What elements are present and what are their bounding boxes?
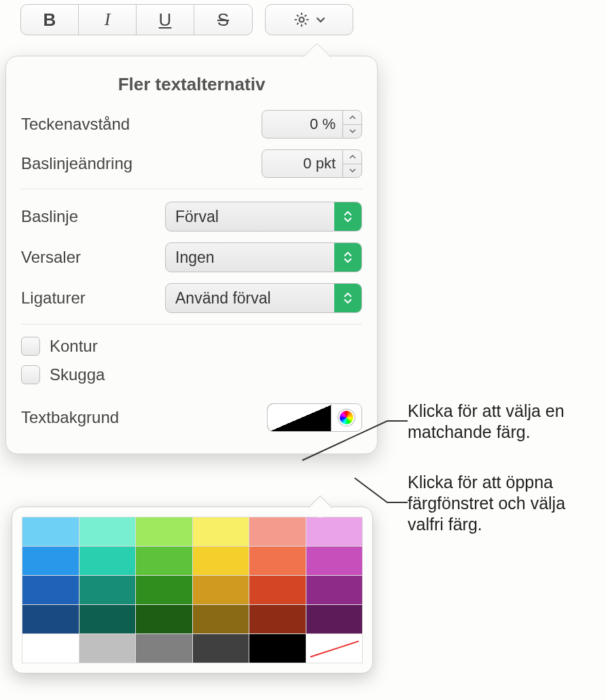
- swatch-9fe95e[interactable]: [136, 517, 192, 546]
- outline-checkbox[interactable]: [21, 337, 40, 356]
- char-spacing-label: Teckenavstånd: [21, 115, 157, 134]
- divider: [21, 189, 362, 189]
- strikethrough-icon: S: [217, 10, 229, 31]
- ligatures-select[interactable]: Använd förval: [165, 283, 362, 313]
- strikethrough-button[interactable]: S: [194, 5, 252, 35]
- swatch-8a6a15[interactable]: [193, 605, 249, 633]
- baseline-shift-label: Baslinjeändring: [21, 154, 157, 173]
- gear-icon: [293, 11, 310, 29]
- caps-label: Versaler: [21, 248, 157, 267]
- svg-point-0: [300, 18, 304, 22]
- swatch-bfbfbf[interactable]: [79, 634, 136, 663]
- text-background-label: Textbakgrund: [21, 408, 119, 427]
- colorwheel-icon: [338, 409, 355, 426]
- color-swatch-grid: [22, 517, 363, 663]
- select-chevrons-icon: [334, 202, 361, 231]
- text-style-group: B I U S: [20, 4, 253, 35]
- char-spacing-value: 0 %: [262, 111, 342, 138]
- select-chevrons-icon: [334, 284, 361, 312]
- popover-title: Fler textalternativ: [21, 74, 362, 95]
- swatch-f4d02c[interactable]: [193, 547, 249, 575]
- swatch-c64fbc[interactable]: [306, 547, 363, 575]
- swatch-2f8e1e[interactable]: [136, 576, 192, 604]
- callout-color-window: Klicka för att öppna färgfönstret och vä…: [408, 472, 598, 536]
- char-spacing-stepper[interactable]: 0 %: [262, 110, 362, 139]
- swatch-none[interactable]: [306, 634, 363, 663]
- swatch-0f5f51[interactable]: [79, 605, 136, 633]
- baseline-shift-up[interactable]: [343, 150, 361, 164]
- more-text-options-popover: Fler textalternativ Teckenavstånd 0 % Ba…: [5, 56, 378, 454]
- italic-button[interactable]: I: [79, 5, 137, 35]
- text-background-colorwell[interactable]: [268, 404, 332, 431]
- shadow-label: Skugga: [50, 365, 105, 384]
- caps-select-value: Ingen: [175, 248, 215, 267]
- outline-label: Kontur: [50, 337, 98, 356]
- swatch-5e1b59[interactable]: [306, 605, 363, 633]
- more-options-button[interactable]: [265, 4, 353, 35]
- swatch-1e5e14[interactable]: [136, 605, 192, 633]
- swatch-178d77[interactable]: [79, 576, 136, 604]
- divider: [21, 324, 362, 325]
- swatch-5fc23b[interactable]: [136, 547, 192, 575]
- char-spacing-up[interactable]: [343, 111, 361, 125]
- swatch-6fd0f6[interactable]: [22, 517, 79, 546]
- swatch-d44524[interactable]: [249, 576, 306, 604]
- baseline-label: Baslinje: [21, 207, 157, 226]
- char-spacing-down[interactable]: [343, 125, 361, 139]
- swatch-1f63b8[interactable]: [22, 576, 79, 604]
- baseline-select[interactable]: Förval: [165, 202, 362, 232]
- swatch-ffffff[interactable]: [22, 634, 79, 663]
- swatch-2a98ea[interactable]: [22, 547, 79, 575]
- chevron-down-icon: [316, 15, 325, 24]
- swatch-e9a3e6[interactable]: [306, 517, 363, 546]
- underline-icon: U: [159, 10, 172, 31]
- italic-icon: I: [105, 10, 111, 30]
- baseline-select-value: Förval: [175, 208, 219, 226]
- swatch-404040[interactable]: [193, 634, 249, 663]
- swatch-78f0d0[interactable]: [79, 517, 136, 546]
- baseline-shift-down[interactable]: [343, 164, 361, 178]
- swatch-cf9a1f[interactable]: [193, 576, 249, 604]
- swatch-f8ef66[interactable]: [193, 517, 249, 546]
- swatch-808080[interactable]: [136, 634, 192, 663]
- swatch-29cfae[interactable]: [79, 547, 136, 575]
- baseline-shift-stepper[interactable]: 0 pkt: [262, 149, 362, 178]
- open-color-window-button[interactable]: [332, 404, 361, 431]
- shadow-checkbox[interactable]: [21, 365, 40, 384]
- swatch-f59b8e[interactable]: [249, 517, 306, 546]
- ligatures-label: Ligaturer: [21, 289, 157, 308]
- swatch-f1734e[interactable]: [249, 547, 306, 575]
- color-swatch-popover: [12, 506, 373, 674]
- bold-icon: B: [43, 10, 56, 31]
- swatch-194a81[interactable]: [22, 605, 79, 633]
- baseline-shift-value: 0 pkt: [262, 150, 342, 177]
- ligatures-select-value: Använd förval: [175, 289, 271, 308]
- swatch-8e2c16[interactable]: [249, 605, 306, 633]
- swatch-8e2a87[interactable]: [306, 576, 363, 604]
- caps-select[interactable]: Ingen: [165, 242, 362, 272]
- underline-button[interactable]: U: [137, 5, 194, 35]
- swatch-000000[interactable]: [249, 634, 306, 663]
- bold-button[interactable]: B: [21, 5, 79, 35]
- callout-matching-color: Klicka för att välja en matchande färg.: [408, 401, 598, 443]
- select-chevrons-icon: [334, 243, 361, 272]
